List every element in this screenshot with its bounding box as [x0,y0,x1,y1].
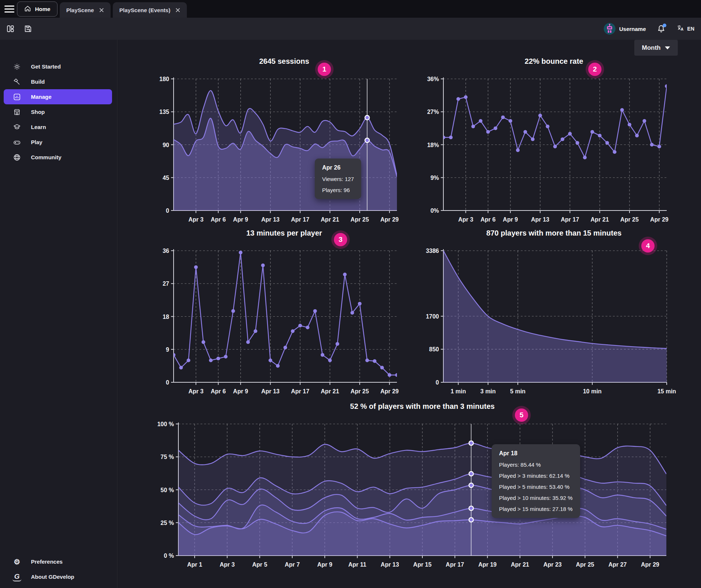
language-selector[interactable]: A EN [676,24,694,34]
language-code: EN [687,26,694,32]
tab-home[interactable]: Home [17,1,57,17]
sidebar-item-label: About GDevelop [31,574,74,580]
svg-text:Apr 13: Apr 13 [261,388,280,394]
svg-text:Apr 7: Apr 7 [285,561,300,568]
close-icon[interactable] [175,8,180,13]
chart-play-duration: 52 % of players with more than 3 minutes… [156,400,680,573]
notification-dot [663,24,666,27]
sidebar-item-label: Manage [31,94,52,100]
sidebar-item-label: Preferences [31,559,63,565]
svg-text:Apr 9: Apr 9 [317,561,332,568]
svg-text:3386: 3386 [426,248,439,254]
svg-text:Apr 3: Apr 3 [188,388,203,394]
svg-text:Apr 21: Apr 21 [321,388,339,394]
sidebar-item-build[interactable]: Build [4,74,112,89]
svg-text:75 %: 75 % [161,454,174,460]
sidebar-item-manage[interactable]: Manage [4,89,112,104]
sidebar-item-label: Community [31,154,62,160]
tooltip-title: Apr 26 [322,164,354,171]
save-icon[interactable] [21,21,35,36]
svg-text:100 %: 100 % [157,421,174,427]
svg-text:0: 0 [166,379,169,386]
svg-text:Apr 5: Apr 5 [252,561,267,568]
svg-text:Apr 6: Apr 6 [481,216,496,223]
tooltip-title: Apr 18 [499,450,573,457]
user-account-chip[interactable]: Username [604,23,646,35]
tab-bar: Home PlayScene PlayScene (Events) [0,0,701,18]
tooltip: Apr 26 Viewers: 127Players: 96 [315,159,361,199]
svg-text:Apr 3: Apr 3 [220,561,235,568]
svg-text:Apr 21: Apr 21 [321,216,339,223]
gamepad-icon [13,138,21,147]
hamburger-menu-icon[interactable] [0,1,17,17]
step-badge: 4 [641,239,655,253]
svg-text:1700: 1700 [426,313,439,320]
svg-text:27: 27 [163,281,169,287]
period-dropdown[interactable]: Month [634,40,678,56]
period-dropdown-label: Month [642,44,661,52]
svg-text:Apr 25: Apr 25 [350,216,369,223]
panels-layout-icon[interactable] [3,21,18,36]
chart-title: 2645 sessions [151,55,408,67]
svg-text:Apr 25: Apr 25 [620,216,639,223]
sidebar-item-label: Build [31,79,45,85]
svg-text:27%: 27% [427,109,439,115]
svg-text:Apr 29: Apr 29 [380,216,399,223]
svg-text:Apr 13: Apr 13 [381,561,399,568]
svg-text:Apr 29: Apr 29 [380,388,399,394]
sidebar-item-label: Learn [31,124,46,130]
svg-text:A: A [680,27,683,31]
sidebar-item-play[interactable]: Play [4,135,112,150]
svg-text:9: 9 [166,347,169,353]
chart-bounce-rate: 22% bounce rate 2 Apr 3Apr 6Apr 9Apr 13A… [421,55,678,228]
sidebar-item-get-started[interactable]: Get Started [4,59,112,74]
svg-text:36%: 36% [427,76,439,82]
step-badge: 3 [334,233,347,246]
tooltip: Apr 18 Players: 85.44 %Played > 3 minute… [492,444,580,518]
sessions-plot[interactable]: Apr 3Apr 6Apr 9Apr 13Apr 17Apr 21Apr 25A… [151,75,408,227]
step-badge: 1 [318,63,331,76]
svg-text:Apr 29: Apr 29 [650,216,669,223]
tab-playscene-events[interactable]: PlayScene (Events) [113,2,187,18]
svg-text:18: 18 [163,314,169,320]
svg-text:10 min: 10 min [583,388,602,394]
svg-text:Apr 1: Apr 1 [187,561,202,568]
chart-title: 13 minutes per player [151,227,408,239]
step-badge: 5 [515,408,528,422]
svg-text:Apr 9: Apr 9 [503,216,518,223]
sidebar-item-label: Play [31,139,42,145]
svg-text:Apr 6: Apr 6 [211,216,226,223]
storefront-icon [13,108,21,116]
svg-text:Apr 9: Apr 9 [233,388,248,394]
sidebar-item-community[interactable]: Community [4,150,112,165]
globe-icon [13,153,21,162]
chart-title: 870 players with more than 15 minutes [421,227,678,239]
tab-playscene[interactable]: PlayScene [60,2,111,18]
svg-text:Apr 17: Apr 17 [561,216,579,223]
svg-text:36: 36 [163,248,169,254]
sidebar-item-preferences[interactable]: ⚙ Preferences [4,554,112,569]
analytics-chart-icon [13,93,21,101]
play-duration-plot[interactable]: Apr 1Apr 3Apr 5Apr 7Apr 9Apr 11Apr 13Apr… [156,420,680,572]
svg-text:9%: 9% [430,175,439,181]
sidebar-item-label: Shop [31,109,45,115]
notifications-bell-icon[interactable] [656,23,667,34]
retention-plot[interactable]: 1 min3 min5 min10 min15 min085017003386 [421,247,678,399]
svg-text:Apr 9: Apr 9 [233,216,248,223]
chevron-down-icon [665,46,670,49]
sidebar-item-shop[interactable]: Shop [4,104,112,119]
bounce-rate-plot[interactable]: Apr 3Apr 6Apr 9Apr 13Apr 17Apr 21Apr 25A… [421,75,678,227]
svg-text:Apr 17: Apr 17 [291,388,310,394]
sidebar-item-about-gdevelop[interactable]: G About GDevelop [4,569,112,584]
svg-text:1 min: 1 min [451,388,466,394]
close-icon[interactable] [99,8,104,13]
minutes-per-player-plot[interactable]: Apr 3Apr 6Apr 9Apr 13Apr 17Apr 21Apr 25A… [151,247,408,399]
sidebar-item-label: Get Started [31,63,61,70]
chart-sessions: 2645 sessions 1 Apr 3Apr 6Apr 9Apr 13Apr… [151,55,408,228]
avatar [604,23,615,35]
svg-text:15 min: 15 min [658,388,676,394]
sidebar: Get Started Build Manage Shop [0,40,118,588]
sidebar-item-learn[interactable]: Learn [4,119,112,135]
svg-text:Apr 21: Apr 21 [511,561,529,568]
svg-text:180: 180 [159,76,169,82]
